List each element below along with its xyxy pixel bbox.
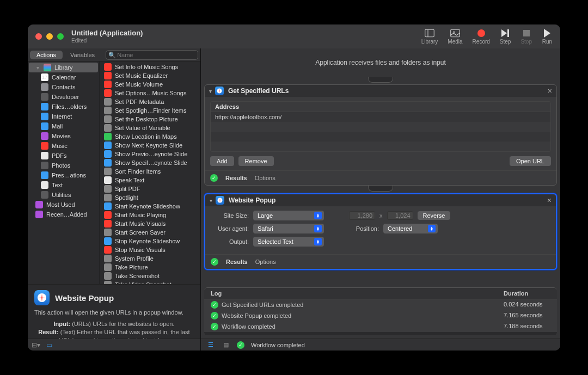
- user-agent-select[interactable]: Safari▲▼: [253, 224, 324, 233]
- sidebar-item[interactable]: Text: [28, 180, 99, 190]
- title-block: Untitled (Application) Edited: [71, 29, 143, 44]
- sidebar-item[interactable]: Photos: [28, 161, 99, 170]
- category-icon: [41, 142, 48, 150]
- sidebar-item[interactable]: Developer: [28, 92, 99, 102]
- url-row-empty[interactable]: [211, 142, 550, 151]
- reverse-button[interactable]: Reverse: [418, 211, 451, 220]
- sidebar-item-library[interactable]: ▾ Library: [29, 63, 98, 72]
- traffic-lights: [35, 33, 64, 40]
- site-size-select[interactable]: Large▲▼: [253, 211, 324, 220]
- workflow-view-icon[interactable]: ▤: [222, 341, 230, 349]
- remove-button[interactable]: Remove: [238, 156, 274, 166]
- sidebar-item[interactable]: 17Calendar: [28, 72, 99, 82]
- action-website-popup[interactable]: ▾ Website Popup × Site Size: Large▲▼ x: [204, 193, 557, 270]
- results-link[interactable]: Results: [226, 259, 248, 265]
- action-list-item[interactable]: Show Next Keynote Slide: [100, 141, 200, 150]
- action-list-item[interactable]: Take Screenshot: [100, 272, 200, 280]
- action-list-item[interactable]: Show Specif…eynote Slide: [100, 158, 200, 167]
- action-icon: [104, 107, 112, 114]
- action-icon: [104, 194, 112, 201]
- action-list-item[interactable]: Set PDF Metadata: [100, 97, 200, 106]
- sidebar-item[interactable]: Utilities: [28, 190, 99, 200]
- action-list-item[interactable]: Split PDF: [100, 185, 200, 193]
- minimize-icon[interactable]: [46, 33, 53, 40]
- media-button[interactable]: Media: [448, 29, 462, 45]
- library-button[interactable]: Library: [421, 29, 438, 45]
- url-row-empty[interactable]: [211, 122, 550, 132]
- action-list-item[interactable]: Start Music Visuals: [100, 219, 200, 228]
- updown-icon: ▲▼: [314, 238, 322, 245]
- close-icon[interactable]: [35, 33, 42, 40]
- action-get-specified-urls[interactable]: ▾ Get Specified URLs × Address https://a…: [204, 84, 557, 186]
- action-list-item[interactable]: Speak Text: [100, 176, 200, 185]
- action-list-item[interactable]: Take Video Snapshot: [100, 280, 200, 284]
- step-button[interactable]: Step: [500, 29, 511, 45]
- record-button[interactable]: Record: [473, 29, 490, 45]
- info-title: Website Popup: [55, 293, 114, 303]
- log-row: Website Popup completed7.165 seconds: [204, 310, 557, 321]
- category-icon: [41, 83, 48, 91]
- close-icon[interactable]: ×: [547, 196, 552, 205]
- action-list-item[interactable]: Spotlight: [100, 193, 200, 202]
- action-list-item[interactable]: Stop Music Visuals: [100, 245, 200, 254]
- action-list-item[interactable]: Stop Keynote Slideshow: [100, 237, 200, 245]
- action-list-item[interactable]: Start Keynote Slideshow: [100, 202, 200, 211]
- action-list-item[interactable]: System Profile: [100, 254, 200, 263]
- action-list-item[interactable]: Start Screen Saver: [100, 228, 200, 237]
- stop-icon: [521, 29, 532, 38]
- add-button[interactable]: Add: [210, 156, 234, 166]
- action-icon: [104, 150, 112, 158]
- open-url-button[interactable]: Open URL: [510, 156, 551, 166]
- sidebar-item[interactable]: Pres…ations: [28, 170, 99, 180]
- zoom-icon[interactable]: [57, 33, 64, 40]
- action-list-item[interactable]: Show Previo…eynote Slide: [100, 150, 200, 158]
- sidebar-item[interactable]: Mail: [28, 121, 99, 131]
- sidebar-item[interactable]: Internet: [28, 112, 99, 121]
- action-list-item[interactable]: Show Location in Maps: [100, 132, 200, 141]
- close-icon[interactable]: ×: [548, 87, 552, 95]
- sidebar-item[interactable]: Movies: [28, 131, 99, 141]
- action-list-item[interactable]: Sort Finder Items: [100, 167, 200, 176]
- description-icon[interactable]: ▭: [45, 341, 53, 349]
- right-bottom-strip: ☰ ▤ Workflow completed: [201, 339, 560, 351]
- chevron-down-icon[interactable]: ▾: [210, 198, 212, 204]
- output-select[interactable]: Selected Text▲▼: [253, 237, 324, 247]
- folder-icon: [35, 211, 43, 218]
- options-link[interactable]: Options: [255, 259, 276, 265]
- tab-variables[interactable]: Variables: [64, 51, 101, 59]
- sidebar-item-most-used[interactable]: Most Used: [28, 200, 99, 210]
- chevron-down-icon[interactable]: ▾: [209, 88, 212, 94]
- category-icon: [41, 93, 48, 101]
- sidebar-item[interactable]: Music: [28, 141, 99, 151]
- action-list-item[interactable]: Set Value of Variable: [100, 124, 200, 132]
- height-field[interactable]: [387, 211, 413, 220]
- url-row-empty[interactable]: [211, 132, 550, 142]
- options-link[interactable]: Options: [255, 175, 275, 181]
- position-select[interactable]: Centered▲▼: [383, 224, 438, 233]
- action-list-item[interactable]: Set Info of Music Songs: [100, 63, 200, 71]
- search-input[interactable]: [106, 50, 198, 60]
- action-list-item[interactable]: Start Music Playing: [100, 211, 200, 219]
- list-view-icon[interactable]: ☰: [206, 341, 215, 349]
- width-field[interactable]: [349, 211, 375, 220]
- action-list-item[interactable]: Set Music Volume: [100, 80, 200, 89]
- log-row: Get Specified URLs completed0.024 second…: [204, 299, 557, 310]
- sidebar-item-recently-added[interactable]: Recen…Added: [28, 210, 99, 219]
- stop-button[interactable]: Stop: [520, 29, 532, 45]
- action-icon: [104, 237, 112, 245]
- action-list-item[interactable]: Set Options…Music Songs: [100, 89, 200, 97]
- action-list-item[interactable]: Take Picture: [100, 263, 200, 272]
- action-list-item[interactable]: Set Music Equalizer: [100, 71, 200, 80]
- tab-actions[interactable]: Actions: [30, 51, 63, 59]
- category-icon: [41, 171, 48, 179]
- url-row[interactable]: https://appletoolbox.com/: [211, 112, 550, 122]
- sidebar-item[interactable]: PDFs: [28, 151, 99, 161]
- scrollbar[interactable]: [204, 332, 557, 335]
- run-button[interactable]: Run: [542, 29, 553, 45]
- action-list-item[interactable]: Set the Desktop Picture: [100, 115, 200, 124]
- action-list-item[interactable]: Set Spotligh…Finder Items: [100, 106, 200, 115]
- sidebar-item[interactable]: Files…olders: [28, 102, 99, 112]
- results-link[interactable]: Results: [225, 175, 247, 181]
- sidebar-item[interactable]: Contacts: [28, 82, 99, 92]
- hide-library-icon[interactable]: ⊟▾: [32, 341, 40, 349]
